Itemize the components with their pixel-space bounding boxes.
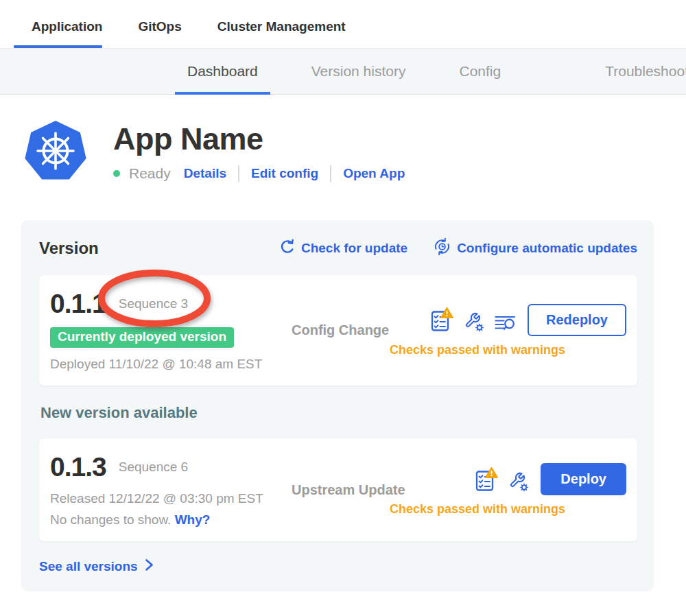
available-version-number: 0.1.3 bbox=[50, 452, 106, 482]
deployed-timestamp: Deployed 11/10/22 @ 10:48 am EST bbox=[50, 357, 292, 372]
divider bbox=[330, 165, 331, 182]
chevron-right-icon bbox=[145, 558, 154, 575]
configure-automatic-updates-link[interactable]: Configure automatic updates bbox=[434, 238, 637, 259]
config-edit-wrench-icon[interactable] bbox=[508, 471, 529, 492]
app-sub-navigation: Dashboard Version history Config Trouble… bbox=[0, 49, 686, 95]
available-sequence-label: Sequence 6 bbox=[119, 460, 188, 474]
version-panel: Version Check for update bbox=[21, 220, 654, 591]
deployed-sequence-label: Sequence 3 bbox=[119, 296, 188, 311]
check-for-update-label: Check for update bbox=[301, 241, 407, 256]
deployed-version-card: 0.1.1 Sequence 3 Currently deployed vers… bbox=[39, 275, 637, 386]
tab-gitops[interactable]: GitOps bbox=[120, 19, 199, 48]
no-changes-text: No changes to show. bbox=[50, 512, 171, 527]
open-app-link[interactable]: Open App bbox=[343, 166, 405, 181]
preflight-checks-icon[interactable] bbox=[475, 467, 498, 492]
edit-config-link[interactable]: Edit config bbox=[251, 166, 318, 181]
preflight-checks-icon[interactable] bbox=[431, 307, 453, 332]
app-header: App Name Ready Details Edit config Open … bbox=[24, 120, 686, 188]
scheduled-update-icon bbox=[434, 238, 451, 259]
status-dot bbox=[113, 170, 120, 177]
see-all-versions-label: See all versions bbox=[39, 559, 138, 574]
deploy-button[interactable]: Deploy bbox=[541, 463, 626, 495]
refresh-icon bbox=[279, 239, 295, 258]
version-panel-title: Version bbox=[39, 239, 99, 258]
why-link[interactable]: Why? bbox=[175, 512, 211, 527]
redeploy-button[interactable]: Redeploy bbox=[528, 304, 626, 336]
new-version-heading: New version available bbox=[40, 404, 637, 422]
available-checks-status: Checks passed with warnings bbox=[390, 502, 565, 517]
tab-version-history[interactable]: Version history bbox=[299, 49, 418, 94]
page-title: App Name bbox=[113, 121, 405, 157]
tab-config[interactable]: Config bbox=[447, 49, 513, 94]
deployed-version-number: 0.1.1 bbox=[50, 289, 106, 319]
see-all-versions-link[interactable]: See all versions bbox=[39, 558, 154, 575]
released-timestamp: Released 12/12/22 @ 03:30 pm EST bbox=[50, 491, 292, 506]
tab-troubleshoot[interactable]: Troubleshoot bbox=[593, 49, 686, 94]
available-source-label: Upstream Update bbox=[292, 482, 423, 498]
divider bbox=[238, 165, 239, 182]
config-edit-wrench-icon[interactable] bbox=[464, 311, 484, 332]
details-link[interactable]: Details bbox=[184, 166, 226, 181]
available-version-card: 0.1.3 Sequence 6 Released 12/12/22 @ 03:… bbox=[39, 438, 637, 541]
deployed-source-label: Config Change bbox=[292, 322, 423, 338]
tab-cluster-management[interactable]: Cluster Management bbox=[200, 19, 364, 48]
status-label: Ready bbox=[129, 165, 171, 182]
tab-application[interactable]: Application bbox=[14, 19, 120, 48]
kubernetes-logo bbox=[24, 120, 87, 188]
tab-dashboard[interactable]: Dashboard bbox=[175, 49, 270, 94]
configure-automatic-updates-label: Configure automatic updates bbox=[457, 241, 637, 256]
check-for-update-link[interactable]: Check for update bbox=[279, 238, 407, 259]
view-files-diff-icon[interactable] bbox=[495, 315, 516, 332]
currently-deployed-badge: Currently deployed version bbox=[50, 327, 234, 348]
deployed-checks-status: Checks passed with warnings bbox=[390, 343, 565, 357]
top-navigation: Application GitOps Cluster Management bbox=[0, 0, 686, 49]
